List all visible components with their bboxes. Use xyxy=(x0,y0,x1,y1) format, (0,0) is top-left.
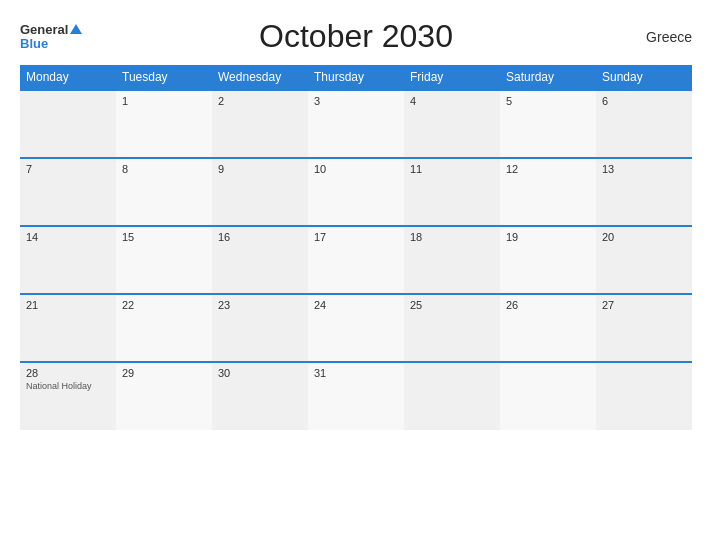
day-number: 21 xyxy=(26,299,110,311)
day-cell: 23 xyxy=(212,294,308,362)
day-number: 17 xyxy=(314,231,398,243)
header: General Blue October 2030 Greece xyxy=(20,18,692,55)
day-number: 24 xyxy=(314,299,398,311)
day-number: 27 xyxy=(602,299,686,311)
day-number: 23 xyxy=(218,299,302,311)
weekday-tuesday: Tuesday xyxy=(116,65,212,90)
day-cell: 15 xyxy=(116,226,212,294)
weekday-saturday: Saturday xyxy=(500,65,596,90)
day-number: 29 xyxy=(122,367,206,379)
day-number: 7 xyxy=(26,163,110,175)
day-number: 1 xyxy=(122,95,206,107)
day-cell: 10 xyxy=(308,158,404,226)
day-cell: 6 xyxy=(596,90,692,158)
day-cell: 28National Holiday xyxy=(20,362,116,430)
day-cell: 9 xyxy=(212,158,308,226)
day-number: 26 xyxy=(506,299,590,311)
weekday-thursday: Thursday xyxy=(308,65,404,90)
logo: General Blue xyxy=(20,23,110,51)
day-cell: 17 xyxy=(308,226,404,294)
day-number: 25 xyxy=(410,299,494,311)
day-number: 31 xyxy=(314,367,398,379)
weekday-wednesday: Wednesday xyxy=(212,65,308,90)
day-cell: 18 xyxy=(404,226,500,294)
day-cell: 2 xyxy=(212,90,308,158)
day-cell: 7 xyxy=(20,158,116,226)
day-cell: 30 xyxy=(212,362,308,430)
day-number: 30 xyxy=(218,367,302,379)
day-number: 4 xyxy=(410,95,494,107)
day-cell: 22 xyxy=(116,294,212,362)
day-cell xyxy=(20,90,116,158)
day-number: 19 xyxy=(506,231,590,243)
weekday-monday: Monday xyxy=(20,65,116,90)
day-number: 20 xyxy=(602,231,686,243)
day-cell: 3 xyxy=(308,90,404,158)
week-row-3: 14151617181920 xyxy=(20,226,692,294)
day-number: 11 xyxy=(410,163,494,175)
day-cell: 11 xyxy=(404,158,500,226)
day-number: 10 xyxy=(314,163,398,175)
day-number: 14 xyxy=(26,231,110,243)
day-cell: 21 xyxy=(20,294,116,362)
day-cell: 5 xyxy=(500,90,596,158)
day-cell: 29 xyxy=(116,362,212,430)
logo-general: General xyxy=(20,23,68,36)
week-row-5: 28National Holiday293031 xyxy=(20,362,692,430)
day-number: 18 xyxy=(410,231,494,243)
day-number: 6 xyxy=(602,95,686,107)
day-cell xyxy=(596,362,692,430)
weekday-friday: Friday xyxy=(404,65,500,90)
week-row-4: 21222324252627 xyxy=(20,294,692,362)
logo-triangle-icon xyxy=(70,24,82,34)
day-cell xyxy=(500,362,596,430)
day-number: 13 xyxy=(602,163,686,175)
day-number: 28 xyxy=(26,367,110,379)
day-note: National Holiday xyxy=(26,381,110,391)
day-cell: 26 xyxy=(500,294,596,362)
day-number: 2 xyxy=(218,95,302,107)
day-cell: 27 xyxy=(596,294,692,362)
day-cell: 25 xyxy=(404,294,500,362)
day-cell: 19 xyxy=(500,226,596,294)
day-number: 8 xyxy=(122,163,206,175)
calendar-title: October 2030 xyxy=(110,18,602,55)
day-number: 3 xyxy=(314,95,398,107)
day-cell: 4 xyxy=(404,90,500,158)
day-number: 12 xyxy=(506,163,590,175)
week-row-1: 123456 xyxy=(20,90,692,158)
day-cell xyxy=(404,362,500,430)
calendar-table: MondayTuesdayWednesdayThursdayFridaySatu… xyxy=(20,65,692,430)
day-number: 15 xyxy=(122,231,206,243)
day-cell: 16 xyxy=(212,226,308,294)
day-cell: 24 xyxy=(308,294,404,362)
logo-blue: Blue xyxy=(20,36,48,51)
calendar-page: General Blue October 2030 Greece MondayT… xyxy=(0,0,712,550)
day-cell: 20 xyxy=(596,226,692,294)
day-number: 16 xyxy=(218,231,302,243)
day-cell: 31 xyxy=(308,362,404,430)
day-cell: 12 xyxy=(500,158,596,226)
day-number: 22 xyxy=(122,299,206,311)
day-number: 5 xyxy=(506,95,590,107)
weekday-header-row: MondayTuesdayWednesdayThursdayFridaySatu… xyxy=(20,65,692,90)
country-label: Greece xyxy=(602,29,692,45)
day-cell: 8 xyxy=(116,158,212,226)
day-cell: 14 xyxy=(20,226,116,294)
weekday-sunday: Sunday xyxy=(596,65,692,90)
day-cell: 13 xyxy=(596,158,692,226)
day-cell: 1 xyxy=(116,90,212,158)
day-number: 9 xyxy=(218,163,302,175)
week-row-2: 78910111213 xyxy=(20,158,692,226)
